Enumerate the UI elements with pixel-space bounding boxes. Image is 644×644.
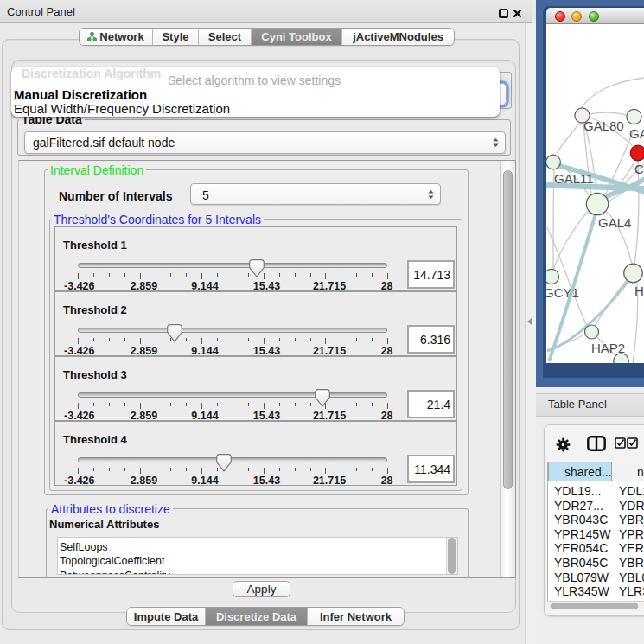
svg-text:GAL80: GAL80 bbox=[583, 118, 624, 133]
svg-text:GCY1: GCY1 bbox=[546, 285, 579, 300]
svg-text:HAP2: HAP2 bbox=[591, 341, 625, 355]
svg-text:GAL11: GAL11 bbox=[554, 171, 594, 186]
svg-text:CY: CY bbox=[634, 162, 644, 176]
svg-text:GA: GA bbox=[629, 126, 644, 141]
svg-text:HI: HI bbox=[634, 284, 644, 298]
svg-text:GAL4: GAL4 bbox=[598, 215, 631, 230]
